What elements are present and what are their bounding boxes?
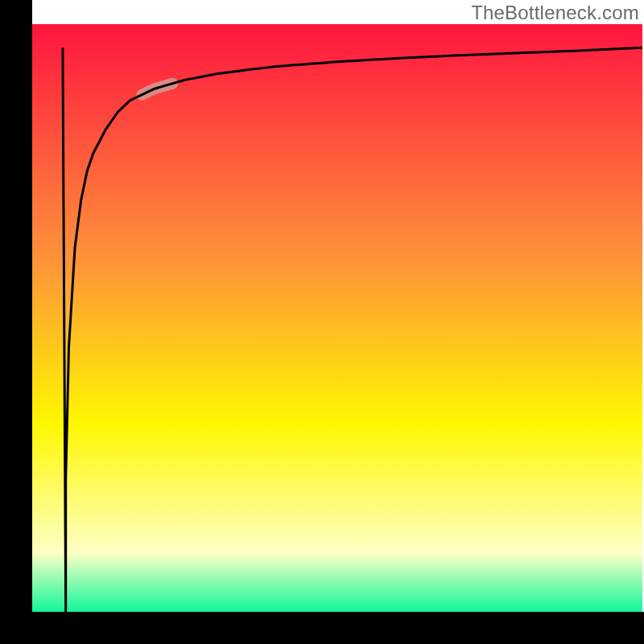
watermark-text: TheBottleneck.com xyxy=(471,2,639,24)
chart-svg xyxy=(0,0,644,644)
axis-left-bar xyxy=(0,0,32,644)
axis-bottom-bar xyxy=(0,612,644,644)
chart-stage: TheBottleneck.com xyxy=(0,0,644,644)
plot-background xyxy=(32,24,642,612)
